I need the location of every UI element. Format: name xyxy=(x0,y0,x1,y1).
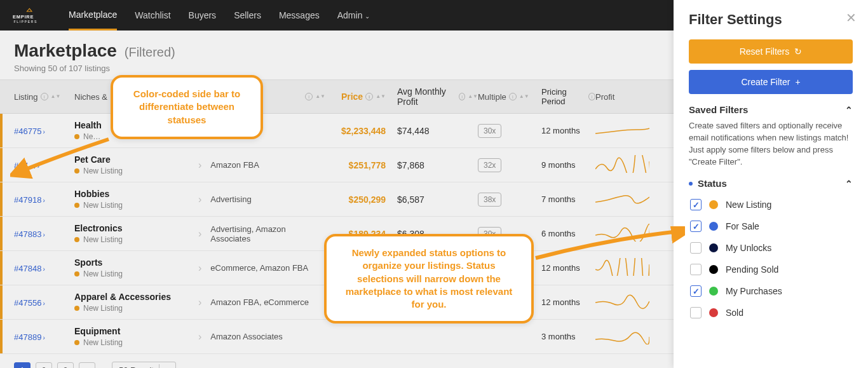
status-option[interactable]: For Sale xyxy=(690,215,853,237)
status-color-icon xyxy=(709,200,718,209)
annotation-callout-1: Color-coded side bar to differentiate be… xyxy=(111,75,263,139)
status-color-icon xyxy=(709,222,718,231)
status-option[interactable]: New Listing xyxy=(690,194,853,215)
chevron-up-icon: ⌃ xyxy=(845,179,853,189)
checkbox[interactable] xyxy=(690,285,702,297)
annotation-arrow-1 xyxy=(10,136,112,181)
refresh-icon: ↻ xyxy=(794,46,802,57)
status-option[interactable]: Sold xyxy=(690,302,853,324)
status-section[interactable]: Status ⌃ xyxy=(689,178,853,189)
create-filter-button[interactable]: Create Filter + xyxy=(689,70,853,94)
checkbox[interactable] xyxy=(690,242,702,254)
annotation-arrow-2 xyxy=(532,226,685,264)
annotation-callout-2: Newly expanded status options to organiz… xyxy=(324,234,534,324)
plus-icon: + xyxy=(795,77,800,87)
status-label: Pending Sold xyxy=(726,264,778,275)
saved-filters-section[interactable]: Saved Filters ⌃ xyxy=(689,104,853,115)
status-color-icon xyxy=(709,243,718,252)
status-label: Sold xyxy=(726,308,743,318)
checkbox[interactable] xyxy=(690,307,702,318)
status-option[interactable]: My Unlocks xyxy=(690,237,853,259)
checkbox[interactable] xyxy=(690,199,702,210)
reset-filters-button[interactable]: Reset Filters ↻ xyxy=(689,39,853,64)
status-color-icon xyxy=(709,308,718,317)
filter-title: Filter Settings xyxy=(689,11,853,28)
status-color-icon xyxy=(709,287,718,296)
status-option[interactable]: My Purchases xyxy=(690,280,853,302)
status-label: My Unlocks xyxy=(726,243,771,253)
saved-filters-desc: Create saved filters and optionally rece… xyxy=(689,120,853,168)
checkbox[interactable] xyxy=(690,221,702,232)
chevron-up-icon: ⌃ xyxy=(845,105,853,115)
status-label: My Purchases xyxy=(726,286,782,296)
status-label: New Listing xyxy=(726,200,771,210)
checkbox[interactable] xyxy=(690,264,702,275)
status-option[interactable]: Pending Sold xyxy=(690,259,853,280)
status-label: For Sale xyxy=(726,221,759,231)
close-panel-button[interactable]: ✕ xyxy=(846,10,857,25)
active-indicator-icon xyxy=(689,182,693,186)
filter-panel: ✕ Filter Settings Reset Filters ↻ Create… xyxy=(674,0,868,368)
status-color-icon xyxy=(709,265,718,274)
